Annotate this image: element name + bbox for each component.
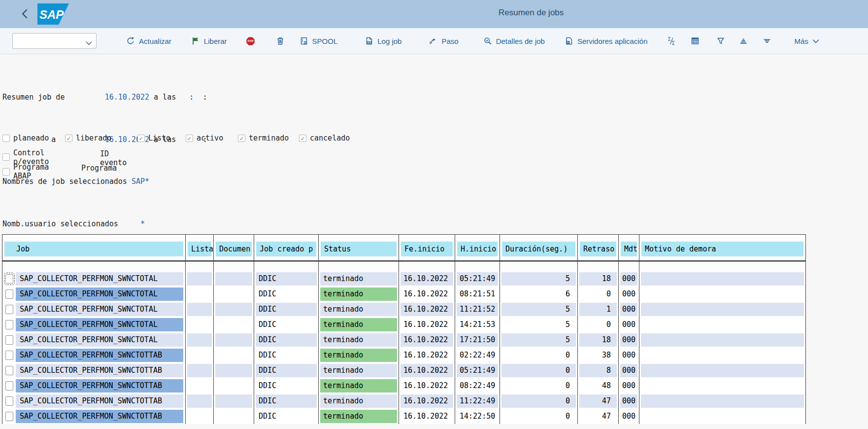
col-header-job[interactable]: Job bbox=[4, 242, 183, 256]
col-header-creado[interactable]: Job creado p bbox=[256, 242, 316, 256]
hora-cell: 17:21:50 bbox=[457, 333, 498, 347]
header-spacer-row bbox=[2, 261, 806, 271]
table-row[interactable]: SAP_COLLECTOR_PERFMON_SWNCTOTAL DDIC ter… bbox=[2, 317, 806, 332]
col-header-status[interactable]: Status bbox=[321, 242, 397, 256]
row-checkbox[interactable] bbox=[5, 351, 13, 360]
table-row[interactable]: SAP_COLLECTOR_PERFMON_SWNCTOTAL DDIC ter… bbox=[2, 302, 806, 317]
lista-cell bbox=[187, 272, 212, 286]
mdt-cell: 000 bbox=[620, 379, 637, 393]
sort-ascending-button[interactable] bbox=[739, 36, 748, 45]
filter-programa-abap[interactable]: Programa ABAP bbox=[2, 163, 49, 180]
filter-terminado[interactable]: terminado bbox=[238, 134, 289, 143]
retraso-cell: 0 bbox=[579, 318, 617, 331]
col-header-motivo[interactable]: Motivo de demora bbox=[641, 242, 803, 256]
checkbox-planeado[interactable] bbox=[2, 135, 10, 142]
svg-text:M: M bbox=[304, 41, 306, 44]
col-header-mdt[interactable]: Mdt bbox=[621, 242, 637, 256]
creador-cell: DDIC bbox=[256, 318, 317, 331]
table-row[interactable]: SAP_COLLECTOR_PERFMON_SWNCTOTTAB DDIC te… bbox=[2, 363, 806, 378]
motivo-cell bbox=[641, 379, 804, 393]
col-header-documen[interactable]: Documen bbox=[216, 242, 252, 256]
checkbox-control-evento[interactable] bbox=[2, 153, 10, 161]
filter-listo[interactable]: Listo bbox=[137, 134, 170, 143]
table-row[interactable]: SAP_COLLECTOR_PERFMON_SWNCTOTTAB DDIC te… bbox=[2, 378, 806, 393]
row-checkbox[interactable] bbox=[5, 274, 13, 284]
mdt-cell: 000 bbox=[620, 333, 637, 347]
filter-cancelado[interactable]: cancelado bbox=[299, 134, 350, 143]
filter-activo[interactable]: activo bbox=[186, 134, 223, 143]
release-label: Liberar bbox=[204, 37, 227, 45]
row-checkbox[interactable] bbox=[5, 412, 13, 421]
filter-button[interactable] bbox=[716, 36, 725, 45]
release-button[interactable]: Liberar bbox=[191, 36, 227, 45]
col-header-fe-inicio[interactable]: Fe.inicio bbox=[401, 242, 453, 256]
table-row[interactable]: SAP_COLLECTOR_PERFMON_SWNCTOTAL DDIC ter… bbox=[2, 271, 806, 286]
hora-cell: 08:21:51 bbox=[457, 287, 498, 301]
sum-button[interactable]: Σ Σ bbox=[667, 36, 676, 45]
mdt-cell: 000 bbox=[620, 349, 637, 362]
fecha-cell: 16.10.2022 bbox=[401, 272, 453, 286]
fecha-cell: 16.10.2022 bbox=[401, 394, 453, 408]
row-checkbox[interactable] bbox=[5, 366, 13, 375]
hora-cell: 08:22:49 bbox=[457, 379, 498, 393]
checkbox-liberado[interactable] bbox=[65, 135, 72, 142]
back-icon[interactable] bbox=[20, 8, 31, 20]
job-log-button[interactable]: Log job bbox=[365, 36, 401, 45]
motivo-cell bbox=[641, 303, 804, 316]
status-cell: terminado bbox=[320, 287, 397, 301]
refresh-button[interactable]: Actualizar bbox=[126, 36, 171, 45]
col-header-lista[interactable]: Lista bbox=[188, 242, 211, 256]
row-checkbox[interactable] bbox=[5, 289, 13, 299]
more-label: Más bbox=[794, 37, 808, 45]
delete-button[interactable] bbox=[276, 36, 285, 45]
checkbox-activo[interactable] bbox=[186, 135, 193, 142]
spool-button[interactable]: M SPOOL bbox=[300, 36, 338, 45]
lista-cell bbox=[187, 318, 212, 331]
table-row[interactable]: SAP_COLLECTOR_PERFMON_SWNCTOTTAB DDIC te… bbox=[2, 409, 806, 424]
refresh-label: Actualizar bbox=[139, 37, 171, 45]
checkbox-programa-abap[interactable] bbox=[2, 168, 10, 176]
table-row[interactable]: SAP_COLLECTOR_PERFMON_SWNCTOTTAB DDIC te… bbox=[2, 393, 806, 409]
col-header-duracion[interactable]: Duración(seg.) bbox=[502, 242, 575, 256]
retraso-cell: 8 bbox=[579, 364, 617, 377]
table-row[interactable]: SAP_COLLECTOR_PERFMON_SWNCTOTAL DDIC ter… bbox=[2, 332, 806, 348]
programa-label: Programa bbox=[81, 164, 117, 173]
col-header-retraso[interactable]: Retraso bbox=[580, 242, 616, 256]
checkbox-cancelado[interactable] bbox=[299, 135, 306, 142]
duracion-cell: 5 bbox=[501, 303, 576, 316]
row-checkbox[interactable] bbox=[5, 335, 13, 345]
sort-descending-button[interactable] bbox=[763, 36, 771, 45]
status-cell: terminado bbox=[320, 333, 397, 347]
status-cell: terminado bbox=[320, 303, 397, 316]
refresh-icon bbox=[126, 36, 135, 45]
col-header-h-inicio[interactable]: H.inicio bbox=[457, 242, 498, 256]
command-combobox[interactable] bbox=[12, 33, 97, 49]
grid-button[interactable] bbox=[691, 36, 700, 45]
hora-cell: 14:21:53 bbox=[457, 318, 498, 331]
command-input[interactable] bbox=[13, 34, 82, 48]
row-checkbox[interactable] bbox=[5, 305, 13, 314]
job-name-cell: SAP_COLLECTOR_PERFMON_SWNCTOTTAB bbox=[16, 379, 183, 393]
job-details-button[interactable]: Detalles de job bbox=[483, 36, 545, 45]
row-checkbox[interactable] bbox=[5, 320, 13, 329]
filter-icon bbox=[716, 36, 725, 45]
app-servers-icon bbox=[565, 36, 573, 45]
status-cell: terminado bbox=[320, 379, 397, 393]
creador-cell: DDIC bbox=[256, 287, 317, 301]
checkbox-terminado[interactable] bbox=[238, 135, 245, 142]
row-checkbox[interactable] bbox=[5, 396, 13, 406]
stop-button[interactable]: STOP bbox=[246, 36, 255, 46]
sap-logo: SAP bbox=[37, 3, 69, 27]
more-button[interactable]: Más bbox=[794, 37, 819, 45]
table-row[interactable]: SAP_COLLECTOR_PERFMON_SWNCTOTTAB DDIC te… bbox=[2, 348, 806, 363]
checkbox-listo[interactable] bbox=[137, 135, 145, 142]
filter-liberado[interactable]: liberado bbox=[65, 134, 111, 143]
filter-planeado[interactable]: planeado bbox=[2, 134, 49, 143]
combo-chevron-icon[interactable] bbox=[86, 38, 92, 47]
table-row[interactable]: SAP_COLLECTOR_PERFMON_SWNCTOTAL DDIC ter… bbox=[2, 286, 806, 302]
row-checkbox[interactable] bbox=[5, 381, 13, 391]
app-servers-button[interactable]: Servidores aplicación bbox=[565, 36, 648, 45]
step-button[interactable]: Paso bbox=[429, 36, 458, 45]
retraso-cell: 1 bbox=[579, 303, 617, 316]
retraso-cell: 18 bbox=[579, 272, 617, 286]
